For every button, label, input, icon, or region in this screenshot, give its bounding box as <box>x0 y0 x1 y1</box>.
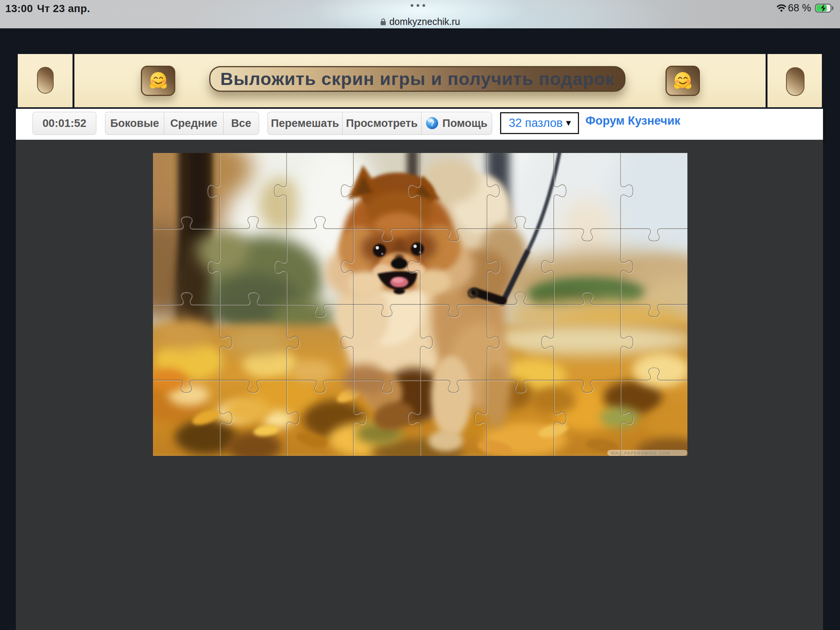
svg-text:WALLPAPERSWIDE.COM: WALLPAPERSWIDE.COM <box>611 451 670 455</box>
svg-text:?: ? <box>430 119 434 127</box>
